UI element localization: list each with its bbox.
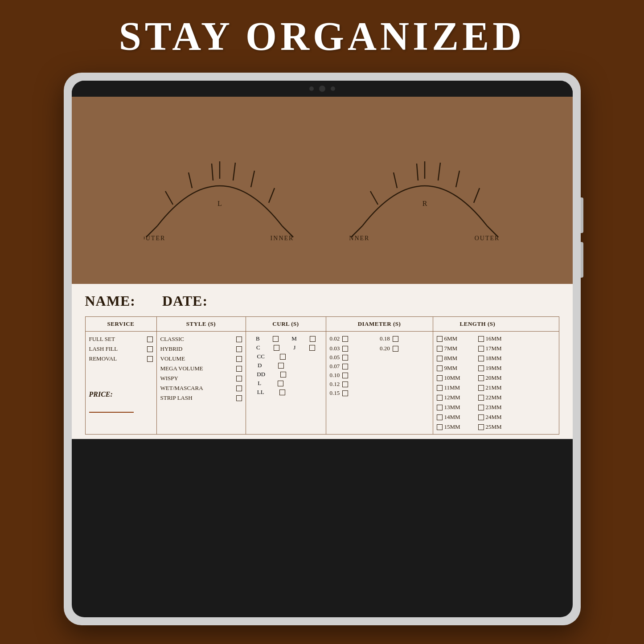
removal-checkbox[interactable] <box>147 356 153 362</box>
len-9mm: 9MM <box>437 364 477 373</box>
len-6mm-checkbox[interactable] <box>437 336 443 342</box>
curl-m-checkbox[interactable] <box>310 336 316 342</box>
curl-j-checkbox[interactable] <box>309 345 315 351</box>
col-service: FULL SET LASH FILL REMOVAL <box>86 332 157 434</box>
len-14mm-checkbox[interactable] <box>437 414 443 420</box>
diam-005-checkbox[interactable] <box>342 355 348 361</box>
wetmascara-checkbox[interactable] <box>236 386 242 391</box>
curl-d-label: D <box>258 362 262 369</box>
megavolume-checkbox[interactable] <box>236 366 242 372</box>
classic-checkbox[interactable] <box>236 336 242 342</box>
len-15mm-label: 15MM <box>444 423 460 431</box>
curl-l-checkbox[interactable] <box>278 381 283 386</box>
date-label: DATE: <box>162 293 208 309</box>
diam-007-label: 0.07 <box>330 363 340 370</box>
service-removal: REMOVAL <box>89 354 153 364</box>
left-eye: L OUTER INNER <box>144 119 295 244</box>
len-23mm-checkbox[interactable] <box>478 405 484 410</box>
len-6mm-label: 6MM <box>444 335 458 342</box>
curl-ll-checkbox[interactable] <box>279 390 285 395</box>
style-wispy: WISPY <box>160 373 242 383</box>
len-20mm-label: 20MM <box>486 374 502 381</box>
left-eye-svg: L OUTER INNER <box>144 119 295 244</box>
len-21mm-checkbox[interactable] <box>478 385 484 391</box>
hybrid-checkbox[interactable] <box>236 346 242 352</box>
len-19mm: 19MM <box>478 364 519 373</box>
diam-020-label: 0.20 <box>380 345 390 352</box>
fullset-checkbox[interactable] <box>147 336 153 342</box>
curl-c-checkbox[interactable] <box>274 345 279 351</box>
len-20mm: 20MM <box>478 373 519 382</box>
len-24mm-checkbox[interactable] <box>478 414 484 420</box>
screen-content: L OUTER INNER <box>72 97 573 617</box>
len-17mm-label: 17MM <box>486 345 502 352</box>
diam-007-checkbox[interactable] <box>342 364 348 369</box>
len-19mm-checkbox[interactable] <box>478 365 484 371</box>
curl-cc-checkbox[interactable] <box>280 354 286 360</box>
table-header: SERVICE STYLE (S) CURL (S) DIAMETER (S) … <box>86 317 559 332</box>
len-11mm-label: 11MM <box>444 384 460 391</box>
len-11mm-checkbox[interactable] <box>437 385 443 391</box>
col-length: 6MM 16MM 7MM <box>433 332 522 434</box>
len-19mm-label: 19MM <box>486 365 502 372</box>
th-style: STYLE (S) <box>157 317 246 331</box>
removal-label: REMOVAL <box>89 355 117 362</box>
striplash-label: STRIP LASH <box>160 394 193 402</box>
len-22mm: 22MM <box>478 393 519 402</box>
lashfill-checkbox[interactable] <box>147 346 153 352</box>
curl-dd-label: DD <box>257 371 265 378</box>
curl-b-label: B <box>256 335 260 342</box>
svg-line-1 <box>165 191 173 205</box>
diam-020-checkbox[interactable] <box>393 346 398 352</box>
diam-012-checkbox[interactable] <box>342 381 348 387</box>
len-18mm-checkbox[interactable] <box>478 356 484 361</box>
diam-015-checkbox[interactable] <box>342 390 348 396</box>
th-service: SERVICE <box>86 317 157 331</box>
curl-b-checkbox[interactable] <box>273 336 279 342</box>
len-17mm-checkbox[interactable] <box>478 346 484 352</box>
form-section: NAME: DATE: SERVICE STYLE (S) CURL (S) D… <box>72 284 573 439</box>
name-label: NAME: <box>85 293 135 309</box>
len-25mm-checkbox[interactable] <box>478 424 484 430</box>
svg-line-7 <box>269 188 275 203</box>
svg-line-13 <box>370 191 378 205</box>
diam-005: 0.05 <box>330 353 429 362</box>
classic-label: CLASSIC <box>160 336 184 343</box>
len-12mm-checkbox[interactable] <box>437 395 443 401</box>
len-18mm-label: 18MM <box>486 355 502 362</box>
lash-diagram-section: L OUTER INNER <box>72 97 573 284</box>
diam-010-checkbox[interactable] <box>342 373 348 378</box>
megavolume-label: MEGA VOLUME <box>160 365 203 372</box>
diam-002-checkbox[interactable] <box>342 336 348 342</box>
len-8mm-checkbox[interactable] <box>437 356 443 361</box>
curl-d-checkbox[interactable] <box>278 363 284 369</box>
striplash-checkbox[interactable] <box>236 395 242 401</box>
camera-dot-2 <box>319 86 325 92</box>
svg-text:INNER: INNER <box>270 235 294 242</box>
service-fullset: FULL SET <box>89 334 153 344</box>
len-16mm-checkbox[interactable] <box>478 336 484 342</box>
len-9mm-label: 9MM <box>444 365 458 372</box>
style-volume: VOLUME <box>160 354 242 364</box>
len-22mm-checkbox[interactable] <box>478 395 484 401</box>
svg-line-17 <box>438 163 440 180</box>
diam-003-checkbox[interactable] <box>342 346 348 352</box>
curl-dd: DD <box>250 370 322 379</box>
wispy-checkbox[interactable] <box>236 376 242 381</box>
len-24mm: 24MM <box>478 413 519 422</box>
lashfill-label: LASH FILL <box>89 345 118 353</box>
lash-container: L OUTER INNER <box>144 119 500 262</box>
len-7mm-checkbox[interactable] <box>437 346 443 352</box>
len-20mm-checkbox[interactable] <box>478 375 484 381</box>
len-13mm-checkbox[interactable] <box>437 405 443 410</box>
camera-bar <box>72 81 573 97</box>
diam-018-checkbox[interactable] <box>393 336 398 342</box>
len-10mm-checkbox[interactable] <box>437 375 443 381</box>
len-15mm-checkbox[interactable] <box>437 424 443 430</box>
svg-line-5 <box>233 163 235 180</box>
volume-checkbox[interactable] <box>236 356 242 362</box>
diam-012-label: 0.12 <box>330 381 340 388</box>
curl-ll: LL <box>250 388 322 397</box>
len-9mm-checkbox[interactable] <box>437 365 443 371</box>
curl-dd-checkbox[interactable] <box>280 372 286 377</box>
